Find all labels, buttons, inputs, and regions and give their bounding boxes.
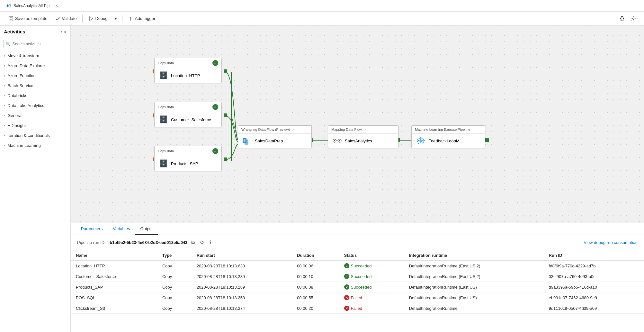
status-success-1: ✓Succeeded bbox=[344, 274, 399, 279]
debug-dropdown-button[interactable]: ▾ bbox=[112, 14, 120, 22]
info-button[interactable]: ℹ bbox=[208, 239, 212, 246]
search-input[interactable] bbox=[3, 40, 67, 48]
refresh-button[interactable]: ↺ bbox=[199, 239, 205, 246]
cell-status-2: ✓Succeeded bbox=[339, 282, 404, 292]
svg-rect-21 bbox=[245, 139, 248, 145]
sidebar-item-batch-service[interactable]: ›Batch Service bbox=[0, 81, 70, 91]
node-copy-sap-body: 🗄️ Products_SAP bbox=[155, 156, 221, 171]
sidebar-item-move-and-transform[interactable]: ›Move & transform bbox=[0, 51, 70, 61]
table-row[interactable]: Location_HTTP Copy 2020-08-28T18:10:13.6… bbox=[71, 261, 644, 271]
svg-line-35 bbox=[422, 140, 424, 141]
svg-rect-17 bbox=[224, 157, 227, 161]
node-wrangling-body: SalesDataPrep bbox=[238, 134, 311, 148]
cell-status-3: ✕Failed bbox=[339, 292, 404, 303]
cell-status-1: ✓Succeeded bbox=[339, 271, 404, 282]
wrangling-ext-link: ↗ bbox=[292, 128, 295, 131]
settings-icon bbox=[631, 16, 636, 22]
copy-icon-3: 🗄️ bbox=[159, 159, 168, 168]
col-type: Type bbox=[157, 250, 192, 261]
sidebar-item-azure-data-explorer[interactable]: ›Azure Data Explorer bbox=[0, 61, 70, 71]
node-wrangling[interactable]: Wrangling Data Flow (Preview) ↗ SalesD bbox=[238, 125, 312, 148]
node-copy2-status: ✓ bbox=[212, 104, 218, 110]
table-row[interactable]: Products_SAP Copy 2020-08-28T18:10:13.28… bbox=[71, 282, 644, 292]
node-mapping-body: SalesAnalytics bbox=[328, 134, 398, 148]
pipeline-run-id: fb1ef5e2-5b23-4e68-b2d3-eed012e5a043 bbox=[108, 240, 187, 245]
node-copy-location[interactable]: Copy data ✓ 🗄️ Location_HTTP bbox=[154, 58, 222, 83]
svg-marker-7 bbox=[90, 17, 93, 21]
cell-run-start-2: 2020-08-28T18:10:13.289 bbox=[192, 282, 292, 292]
node-ml-body: FeedbackLoopML bbox=[412, 134, 485, 148]
ml-icon bbox=[416, 137, 425, 145]
output-panel: Pipeline run ID: fb1ef5e2-5b23-4e68-b2d3… bbox=[71, 235, 644, 332]
table-row[interactable]: Clickstream_S3 Copy 2020-08-28T18:10:13.… bbox=[71, 303, 644, 314]
code-button[interactable]: {} bbox=[618, 14, 627, 23]
sidebar-items-container: ›Move & transform›Azure Data Explorer›Az… bbox=[0, 51, 70, 150]
save-template-button[interactable]: Save as template bbox=[5, 14, 50, 23]
cell-runtime-1: DefaultIntegrationRuntime (East US 2) bbox=[404, 271, 544, 282]
cell-type-3: Copy bbox=[157, 292, 192, 303]
sidebar-arrow-2: › bbox=[4, 74, 5, 77]
sidebar-collapse-btn[interactable]: ‹ bbox=[61, 29, 62, 34]
search-icon: 🔍 bbox=[6, 42, 11, 46]
view-debug-link[interactable]: View debug run consumption bbox=[584, 240, 638, 245]
sidebar-item-azure-function[interactable]: ›Azure Function bbox=[0, 71, 70, 81]
sidebar-item-iteration-and-conditionals[interactable]: ›Iteration & conditionals bbox=[0, 130, 70, 140]
validate-icon bbox=[55, 16, 60, 21]
status-success-2: ✓Succeeded bbox=[344, 284, 399, 290]
status-dot-1: ✓ bbox=[344, 274, 349, 279]
sidebar-item-machine-learning[interactable]: ›Machine Learning bbox=[0, 140, 70, 150]
mapping-icon bbox=[333, 137, 342, 145]
col-status: Status bbox=[339, 250, 404, 261]
save-template-icon bbox=[8, 16, 13, 21]
svg-rect-16 bbox=[224, 113, 227, 117]
copy-run-id-button[interactable]: ⧉ bbox=[190, 239, 196, 246]
sidebar-item-data-lake-analytics[interactable]: ›Data Lake Analytics bbox=[0, 101, 70, 111]
cell-runtime-2: DefaultIntegrationRuntime (East US) bbox=[404, 282, 544, 292]
status-dot-0: ✓ bbox=[344, 263, 349, 268]
sidebar-item-databricks[interactable]: ›Databricks bbox=[0, 91, 70, 101]
sidebar-arrow-1: › bbox=[4, 64, 5, 67]
wrangling-icon bbox=[243, 137, 252, 145]
sidebar-controls: ‹ « bbox=[61, 29, 67, 34]
node-ml[interactable]: Machine Learning Execute Pipeline Feedba… bbox=[411, 125, 485, 148]
cell-type-0: Copy bbox=[157, 261, 192, 271]
tab-variables[interactable]: Variables bbox=[108, 223, 135, 235]
connections-svg bbox=[71, 26, 521, 186]
tab-parameters[interactable]: Parameters bbox=[76, 223, 108, 235]
node-mapping[interactable]: Mapping Data Flow ↗ SalesAnalytics bbox=[328, 125, 398, 148]
tab-close-btn[interactable]: × bbox=[55, 3, 58, 8]
svg-rect-0 bbox=[7, 4, 8, 7]
pipeline-tab-label: SalesAnalyticsMLPip... bbox=[13, 4, 53, 8]
status-dot-2: ✓ bbox=[344, 284, 349, 290]
sidebar-item-label-7: HDInsight bbox=[7, 123, 26, 128]
toolbar-divider-1 bbox=[82, 15, 83, 22]
table-row[interactable]: Customer_Salesforce Copy 2020-08-28T18:1… bbox=[71, 271, 644, 282]
status-failed-3: ✕Failed bbox=[344, 295, 399, 300]
status-success-0: ✓Succeeded bbox=[344, 263, 399, 268]
tab-bar: SalesAnalyticsMLPip... × bbox=[0, 0, 644, 12]
status-failed-4: ✕Failed bbox=[344, 306, 399, 311]
sidebar-item-label-5: Data Lake Analytics bbox=[7, 103, 44, 108]
bottom-panel: Parameters Variables Output Pipeline run… bbox=[71, 223, 644, 332]
tab-output[interactable]: Output bbox=[135, 223, 158, 235]
sidebar-arrow-4: › bbox=[4, 94, 5, 97]
pipeline-canvas[interactable]: Copy data ✓ 🗄️ Location_HTTP Copy data ✓ bbox=[71, 26, 644, 223]
node-copy-salesforce[interactable]: Copy data ✓ 🗄️ Customer_Salesforce bbox=[154, 102, 222, 127]
debug-button[interactable]: Debug bbox=[85, 14, 111, 23]
validate-button[interactable]: Validate bbox=[52, 14, 80, 23]
pipeline-tab[interactable]: SalesAnalyticsMLPip... × bbox=[3, 0, 62, 12]
table-row[interactable]: POS_SQL Copy 2020-08-28T18:10:13.258 00:… bbox=[71, 292, 644, 303]
sidebar-item-hdinsight[interactable]: ›HDInsight bbox=[0, 121, 70, 130]
node-wrangling-header: Wrangling Data Flow (Preview) ↗ bbox=[238, 126, 311, 134]
cell-run-id-3: eb991e07-7462-4680-9e9 bbox=[544, 292, 644, 303]
cell-runtime-0: DefaultIntegrationRuntime (East US 2) bbox=[404, 261, 544, 271]
svg-line-34 bbox=[417, 140, 419, 141]
node-copy-sap[interactable]: Copy data ✓ 🗄️ Products_SAP bbox=[154, 146, 222, 171]
add-trigger-button[interactable]: Add trigger bbox=[125, 14, 159, 23]
sidebar-minimize-btn[interactable]: « bbox=[63, 31, 68, 33]
pipeline-tab-icon bbox=[6, 3, 12, 8]
sidebar-arrow-6: › bbox=[4, 114, 5, 117]
svg-point-28 bbox=[334, 140, 335, 141]
settings-button[interactable] bbox=[628, 14, 639, 23]
sidebar-item-general[interactable]: ›General bbox=[0, 111, 70, 121]
